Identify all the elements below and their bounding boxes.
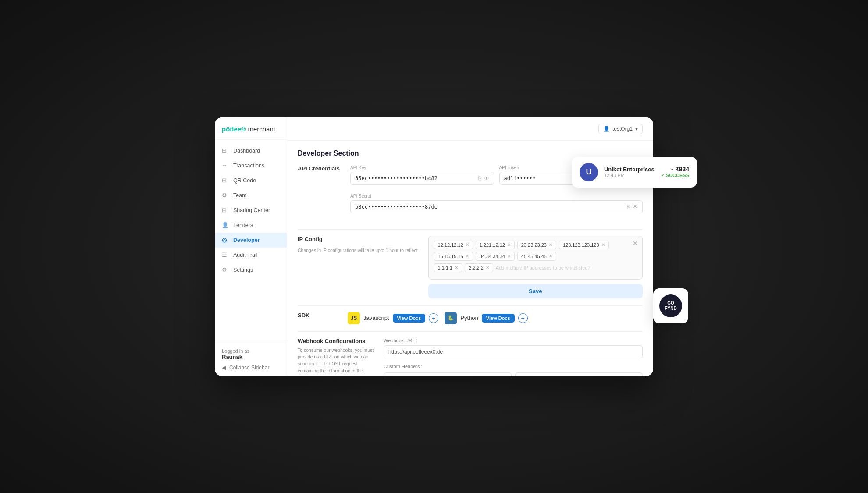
ip-tag-3-close[interactable]: ✕ bbox=[549, 242, 552, 247]
api-key-value: 35ec••••••••••••••••••bc82 bbox=[355, 175, 474, 181]
collapse-label: Collapse Sidebar bbox=[229, 365, 269, 371]
sidebar-label-lenders: Lenders bbox=[233, 222, 253, 228]
api-credentials-label: API Credentials bbox=[298, 165, 340, 172]
ip-tag-5-close[interactable]: ✕ bbox=[466, 254, 469, 259]
app-window: pōtlee® merchant. ⊞ Dashboard ↔ Transact… bbox=[215, 117, 653, 376]
sdk-section: SDK JS Javascript View Docs + 🐍 bbox=[298, 312, 643, 324]
page-title: Developer Section bbox=[298, 149, 643, 157]
org-name: testOrg1 bbox=[612, 126, 633, 132]
sidebar-label-developer: Developer bbox=[233, 237, 260, 243]
sidebar-item-developer[interactable]: ◎ Developer bbox=[215, 233, 287, 248]
webhook-description-col: Webhook Configurations To consume our we… bbox=[298, 338, 377, 376]
ip-tag-2-close[interactable]: ✕ bbox=[507, 242, 511, 247]
webhook-description: To consume our webhooks, you must provid… bbox=[298, 347, 377, 376]
python-add-button[interactable]: + bbox=[518, 313, 528, 323]
eye-api-key-icon[interactable]: 👁 bbox=[484, 175, 489, 181]
webhook-title: Webhook Configurations bbox=[298, 338, 377, 344]
gofynd-logo: GOFYND bbox=[659, 294, 682, 317]
sidebar-item-lenders[interactable]: 👤 Lenders bbox=[215, 218, 287, 233]
sidebar-item-qrcode[interactable]: ⊟ QR Code bbox=[215, 173, 287, 188]
python-view-docs-button[interactable]: View Docs bbox=[482, 314, 515, 323]
webhook-config-col: Webhook URL : Custom Headers : Save bbox=[384, 338, 643, 376]
ip-clear-button[interactable]: ✕ bbox=[633, 240, 638, 247]
transaction-info: Uniket Enterprises 12:43 PM bbox=[604, 166, 655, 178]
lenders-icon: 👤 bbox=[222, 222, 229, 229]
header-value-1[interactable] bbox=[515, 372, 643, 376]
copy-api-secret-icon[interactable]: ⎘ bbox=[627, 204, 630, 210]
sidebar-label-qrcode: QR Code bbox=[233, 177, 256, 184]
logo-text: pōtlee® merchant. bbox=[222, 125, 277, 133]
settings-icon: ⚙ bbox=[222, 266, 229, 273]
sdk-javascript: JS Javascript View Docs + bbox=[348, 312, 438, 324]
ip-tag-9-close[interactable]: ✕ bbox=[486, 265, 489, 270]
ip-tag-7: 45.45.45.45 ✕ bbox=[517, 252, 556, 261]
sidebar-item-sharing[interactable]: ⊞ Sharing Center bbox=[215, 203, 287, 218]
sdk-python: 🐍 Python View Docs + bbox=[445, 312, 527, 324]
sidebar: pōtlee® merchant. ⊞ Dashboard ↔ Transact… bbox=[215, 117, 287, 376]
logged-in-label: Logged in as bbox=[222, 348, 280, 354]
merchant-logo: U bbox=[580, 163, 598, 181]
javascript-icon: JS bbox=[348, 312, 360, 324]
api-secret-group: API Secret b8cc••••••••••••••••••87de ⎘ … bbox=[350, 194, 643, 213]
api-key-group: API Key 35ec••••••••••••••••••bc82 ⎘ 👁 bbox=[350, 165, 494, 185]
eye-api-secret-icon[interactable]: 👁 bbox=[633, 204, 638, 210]
sidebar-item-audit[interactable]: ☰ Audit Trail bbox=[215, 248, 287, 262]
copy-api-key-icon[interactable]: ⎘ bbox=[478, 175, 481, 181]
api-secret-value: b8cc••••••••••••••••••87de bbox=[355, 204, 623, 210]
sidebar-nav: ⊞ Dashboard ↔ Transactions ⊟ QR Code ⚙ T… bbox=[215, 140, 287, 343]
gofynd-card: GOFYND bbox=[653, 288, 688, 323]
ip-tag-1-close[interactable]: ✕ bbox=[466, 242, 469, 247]
transaction-card: U Uniket Enterprises 12:43 PM - ₹934 ✓ S… bbox=[572, 157, 697, 188]
ip-tags-container[interactable]: 12.12.12.12 ✕ 1.221.12.12 ✕ 23.23.23.23 … bbox=[428, 236, 643, 280]
sharing-icon: ⊞ bbox=[222, 207, 229, 214]
user-info: Logged in as Raunak bbox=[222, 348, 280, 360]
api-secret-label: API Secret bbox=[350, 194, 643, 199]
sidebar-item-team[interactable]: ⚙ Team bbox=[215, 188, 287, 203]
ip-input-placeholder: Add multiple IP addresses to be whitelis… bbox=[496, 265, 591, 270]
custom-headers-label: Custom Headers : bbox=[384, 364, 643, 369]
ip-config-subtitle: Changes in IP configurations will take u… bbox=[298, 248, 418, 253]
ip-tag-3: 23.23.23.23 ✕ bbox=[517, 241, 556, 249]
logo: pōtlee® merchant. bbox=[215, 117, 287, 140]
api-key-field: 35ec••••••••••••••••••bc82 ⎘ 👁 bbox=[350, 172, 494, 185]
webhook-url-input[interactable] bbox=[384, 345, 643, 358]
javascript-add-button[interactable]: + bbox=[429, 313, 438, 323]
sdk-items: JS Javascript View Docs + 🐍 Python View … bbox=[348, 312, 643, 324]
sidebar-label-transactions: Transactions bbox=[233, 163, 264, 169]
transaction-amount: - ₹934 bbox=[661, 166, 689, 173]
header-row-1 bbox=[384, 372, 643, 376]
topbar: 👤 testOrg1 ▾ bbox=[287, 117, 653, 141]
ip-tag-7-close[interactable]: ✕ bbox=[549, 254, 552, 259]
sidebar-label-dashboard: Dashboard bbox=[233, 148, 260, 154]
sdk-label: SDK bbox=[298, 312, 337, 319]
sidebar-label-settings: Settings bbox=[233, 267, 253, 273]
main-content: 👤 testOrg1 ▾ Developer Section API Crede… bbox=[287, 117, 653, 376]
ip-tag-4: 123.123.123.123 ✕ bbox=[559, 241, 609, 249]
ip-tag-8-close[interactable]: ✕ bbox=[455, 265, 458, 270]
sidebar-label-team: Team bbox=[233, 192, 247, 199]
ip-tags-row-1: 12.12.12.12 ✕ 1.221.12.12 ✕ 23.23.23.23 … bbox=[434, 241, 637, 261]
collapse-sidebar-button[interactable]: ◀ Collapse Sidebar bbox=[222, 365, 280, 371]
javascript-label: Javascript bbox=[363, 315, 389, 321]
ip-save-button[interactable]: Save bbox=[428, 284, 643, 298]
dashboard-icon: ⊞ bbox=[222, 147, 229, 154]
ip-tag-4-close[interactable]: ✕ bbox=[601, 242, 605, 247]
audit-icon: ☰ bbox=[222, 252, 229, 259]
collapse-icon: ◀ bbox=[222, 365, 226, 371]
sidebar-item-settings[interactable]: ⚙ Settings bbox=[215, 262, 287, 277]
ip-tag-2: 1.221.12.12 ✕ bbox=[476, 241, 515, 249]
team-icon: ⚙ bbox=[222, 192, 229, 199]
sidebar-item-transactions[interactable]: ↔ Transactions bbox=[215, 158, 287, 173]
sidebar-label-sharing: Sharing Center bbox=[233, 207, 270, 213]
org-selector[interactable]: 👤 testOrg1 ▾ bbox=[598, 124, 643, 134]
transaction-status: ✓ SUCCESS bbox=[661, 173, 689, 178]
ip-tags-row-2: 1.1.1.1 ✕ 2.2.2.2 ✕ Add multiple IP addr… bbox=[434, 263, 637, 272]
header-key-1[interactable] bbox=[384, 372, 512, 376]
ip-config-section: IP Config Changes in IP configurations w… bbox=[298, 236, 643, 298]
sidebar-item-dashboard[interactable]: ⊞ Dashboard bbox=[215, 143, 287, 158]
transactions-icon: ↔ bbox=[222, 162, 229, 169]
ip-tag-6-close[interactable]: ✕ bbox=[507, 254, 511, 259]
api-secret-row: API Secret b8cc••••••••••••••••••87de ⎘ … bbox=[350, 194, 643, 213]
transaction-time: 12:43 PM bbox=[604, 173, 655, 178]
javascript-view-docs-button[interactable]: View Docs bbox=[393, 314, 426, 323]
